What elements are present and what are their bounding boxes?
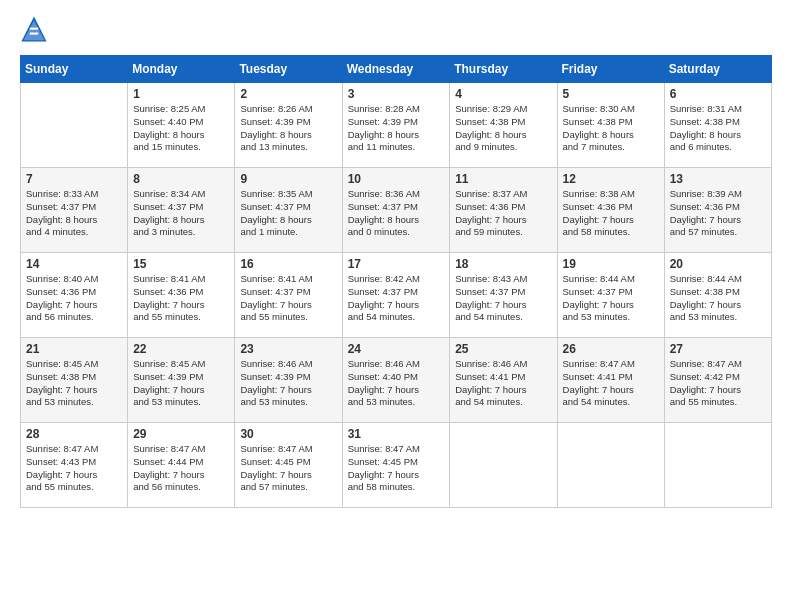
day-info: Sunrise: 8:40 AMSunset: 4:36 PMDaylight:… <box>26 273 122 324</box>
day-info: Sunrise: 8:38 AMSunset: 4:36 PMDaylight:… <box>563 188 659 239</box>
svg-rect-2 <box>30 28 38 30</box>
calendar-cell: 29Sunrise: 8:47 AMSunset: 4:44 PMDayligh… <box>128 423 235 508</box>
calendar-cell: 19Sunrise: 8:44 AMSunset: 4:37 PMDayligh… <box>557 253 664 338</box>
day-info: Sunrise: 8:41 AMSunset: 4:36 PMDaylight:… <box>133 273 229 324</box>
day-number: 21 <box>26 342 122 356</box>
calendar-cell: 21Sunrise: 8:45 AMSunset: 4:38 PMDayligh… <box>21 338 128 423</box>
day-number: 31 <box>348 427 445 441</box>
day-info: Sunrise: 8:35 AMSunset: 4:37 PMDaylight:… <box>240 188 336 239</box>
calendar-cell: 14Sunrise: 8:40 AMSunset: 4:36 PMDayligh… <box>21 253 128 338</box>
calendar-cell: 17Sunrise: 8:42 AMSunset: 4:37 PMDayligh… <box>342 253 450 338</box>
day-info: Sunrise: 8:47 AMSunset: 4:44 PMDaylight:… <box>133 443 229 494</box>
day-info: Sunrise: 8:47 AMSunset: 4:45 PMDaylight:… <box>348 443 445 494</box>
calendar-cell: 16Sunrise: 8:41 AMSunset: 4:37 PMDayligh… <box>235 253 342 338</box>
day-number: 17 <box>348 257 445 271</box>
day-info: Sunrise: 8:37 AMSunset: 4:36 PMDaylight:… <box>455 188 551 239</box>
day-info: Sunrise: 8:26 AMSunset: 4:39 PMDaylight:… <box>240 103 336 154</box>
day-info: Sunrise: 8:47 AMSunset: 4:41 PMDaylight:… <box>563 358 659 409</box>
page-container: SundayMondayTuesdayWednesdayThursdayFrid… <box>0 0 792 518</box>
day-number: 20 <box>670 257 766 271</box>
calendar-cell: 13Sunrise: 8:39 AMSunset: 4:36 PMDayligh… <box>664 168 771 253</box>
day-info: Sunrise: 8:41 AMSunset: 4:37 PMDaylight:… <box>240 273 336 324</box>
calendar-cell: 9Sunrise: 8:35 AMSunset: 4:37 PMDaylight… <box>235 168 342 253</box>
calendar-cell: 2Sunrise: 8:26 AMSunset: 4:39 PMDaylight… <box>235 83 342 168</box>
day-info: Sunrise: 8:46 AMSunset: 4:39 PMDaylight:… <box>240 358 336 409</box>
day-info: Sunrise: 8:43 AMSunset: 4:37 PMDaylight:… <box>455 273 551 324</box>
day-info: Sunrise: 8:34 AMSunset: 4:37 PMDaylight:… <box>133 188 229 239</box>
day-number: 5 <box>563 87 659 101</box>
day-number: 7 <box>26 172 122 186</box>
calendar-cell: 22Sunrise: 8:45 AMSunset: 4:39 PMDayligh… <box>128 338 235 423</box>
logo-icon <box>20 15 48 43</box>
day-number: 14 <box>26 257 122 271</box>
day-number: 19 <box>563 257 659 271</box>
calendar-cell: 20Sunrise: 8:44 AMSunset: 4:38 PMDayligh… <box>664 253 771 338</box>
day-number: 9 <box>240 172 336 186</box>
calendar-table: SundayMondayTuesdayWednesdayThursdayFrid… <box>20 55 772 508</box>
calendar-cell: 28Sunrise: 8:47 AMSunset: 4:43 PMDayligh… <box>21 423 128 508</box>
day-info: Sunrise: 8:29 AMSunset: 4:38 PMDaylight:… <box>455 103 551 154</box>
calendar-header-tuesday: Tuesday <box>235 56 342 83</box>
page-header <box>20 15 772 43</box>
day-number: 22 <box>133 342 229 356</box>
day-info: Sunrise: 8:36 AMSunset: 4:37 PMDaylight:… <box>348 188 445 239</box>
day-number: 27 <box>670 342 766 356</box>
day-info: Sunrise: 8:30 AMSunset: 4:38 PMDaylight:… <box>563 103 659 154</box>
calendar-week-5: 28Sunrise: 8:47 AMSunset: 4:43 PMDayligh… <box>21 423 772 508</box>
calendar-cell <box>21 83 128 168</box>
calendar-cell: 7Sunrise: 8:33 AMSunset: 4:37 PMDaylight… <box>21 168 128 253</box>
day-number: 18 <box>455 257 551 271</box>
calendar-cell: 15Sunrise: 8:41 AMSunset: 4:36 PMDayligh… <box>128 253 235 338</box>
day-info: Sunrise: 8:46 AMSunset: 4:40 PMDaylight:… <box>348 358 445 409</box>
day-info: Sunrise: 8:45 AMSunset: 4:39 PMDaylight:… <box>133 358 229 409</box>
day-info: Sunrise: 8:45 AMSunset: 4:38 PMDaylight:… <box>26 358 122 409</box>
day-number: 13 <box>670 172 766 186</box>
day-number: 2 <box>240 87 336 101</box>
calendar-cell: 12Sunrise: 8:38 AMSunset: 4:36 PMDayligh… <box>557 168 664 253</box>
calendar-cell: 25Sunrise: 8:46 AMSunset: 4:41 PMDayligh… <box>450 338 557 423</box>
day-info: Sunrise: 8:46 AMSunset: 4:41 PMDaylight:… <box>455 358 551 409</box>
day-info: Sunrise: 8:31 AMSunset: 4:38 PMDaylight:… <box>670 103 766 154</box>
calendar-week-2: 7Sunrise: 8:33 AMSunset: 4:37 PMDaylight… <box>21 168 772 253</box>
calendar-cell: 31Sunrise: 8:47 AMSunset: 4:45 PMDayligh… <box>342 423 450 508</box>
calendar-week-3: 14Sunrise: 8:40 AMSunset: 4:36 PMDayligh… <box>21 253 772 338</box>
calendar-header-wednesday: Wednesday <box>342 56 450 83</box>
day-number: 30 <box>240 427 336 441</box>
day-info: Sunrise: 8:28 AMSunset: 4:39 PMDaylight:… <box>348 103 445 154</box>
svg-rect-3 <box>30 33 38 35</box>
calendar-header-row: SundayMondayTuesdayWednesdayThursdayFrid… <box>21 56 772 83</box>
day-info: Sunrise: 8:33 AMSunset: 4:37 PMDaylight:… <box>26 188 122 239</box>
calendar-week-1: 1Sunrise: 8:25 AMSunset: 4:40 PMDaylight… <box>21 83 772 168</box>
calendar-header-friday: Friday <box>557 56 664 83</box>
calendar-cell: 8Sunrise: 8:34 AMSunset: 4:37 PMDaylight… <box>128 168 235 253</box>
day-number: 3 <box>348 87 445 101</box>
calendar-cell: 1Sunrise: 8:25 AMSunset: 4:40 PMDaylight… <box>128 83 235 168</box>
day-number: 4 <box>455 87 551 101</box>
day-info: Sunrise: 8:25 AMSunset: 4:40 PMDaylight:… <box>133 103 229 154</box>
calendar-header-monday: Monday <box>128 56 235 83</box>
svg-marker-1 <box>24 21 45 41</box>
day-info: Sunrise: 8:47 AMSunset: 4:42 PMDaylight:… <box>670 358 766 409</box>
day-number: 10 <box>348 172 445 186</box>
calendar-cell <box>664 423 771 508</box>
day-number: 6 <box>670 87 766 101</box>
day-info: Sunrise: 8:42 AMSunset: 4:37 PMDaylight:… <box>348 273 445 324</box>
calendar-cell: 23Sunrise: 8:46 AMSunset: 4:39 PMDayligh… <box>235 338 342 423</box>
calendar-cell: 26Sunrise: 8:47 AMSunset: 4:41 PMDayligh… <box>557 338 664 423</box>
calendar-cell <box>450 423 557 508</box>
calendar-cell: 27Sunrise: 8:47 AMSunset: 4:42 PMDayligh… <box>664 338 771 423</box>
calendar-cell: 18Sunrise: 8:43 AMSunset: 4:37 PMDayligh… <box>450 253 557 338</box>
day-number: 24 <box>348 342 445 356</box>
calendar-header-sunday: Sunday <box>21 56 128 83</box>
day-number: 28 <box>26 427 122 441</box>
day-number: 29 <box>133 427 229 441</box>
day-number: 23 <box>240 342 336 356</box>
day-info: Sunrise: 8:44 AMSunset: 4:38 PMDaylight:… <box>670 273 766 324</box>
day-number: 11 <box>455 172 551 186</box>
calendar-cell: 10Sunrise: 8:36 AMSunset: 4:37 PMDayligh… <box>342 168 450 253</box>
day-number: 1 <box>133 87 229 101</box>
day-number: 15 <box>133 257 229 271</box>
day-number: 25 <box>455 342 551 356</box>
calendar-cell: 30Sunrise: 8:47 AMSunset: 4:45 PMDayligh… <box>235 423 342 508</box>
day-number: 8 <box>133 172 229 186</box>
